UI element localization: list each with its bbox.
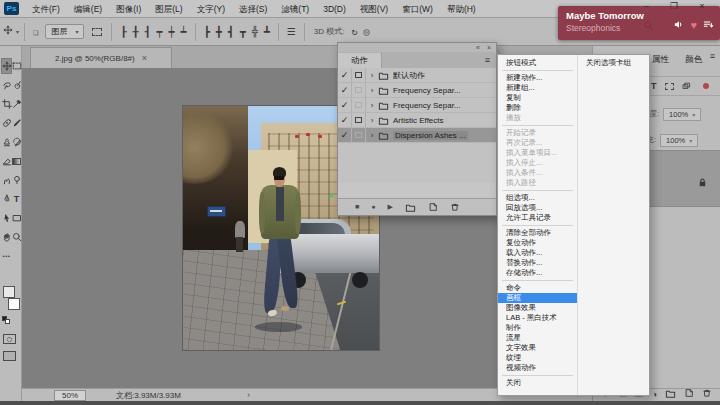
document-tab[interactable]: 2.jpg @ 50%(RGB/8#) × xyxy=(30,47,172,68)
show-transform-controls-icon[interactable] xyxy=(92,28,102,36)
status-options-chevron-icon[interactable]: › xyxy=(247,390,250,400)
flyout-item-0[interactable]: 按钮模式 xyxy=(498,58,577,68)
shape-tool[interactable] xyxy=(11,210,22,226)
menubar-item-10[interactable]: 帮助(H) xyxy=(440,0,483,18)
marquee-tool[interactable] xyxy=(11,58,22,74)
flyout-item-33[interactable]: 视频动作 xyxy=(498,363,577,373)
expand-arrow-icon[interactable]: › xyxy=(366,101,378,110)
align-right-icon[interactable]: ┨ xyxy=(142,19,154,45)
flyout-item-31[interactable]: 文字效果 xyxy=(498,343,577,353)
flyout-item-16[interactable]: 回放选项... xyxy=(498,203,577,213)
menubar-item-4[interactable]: 文字(Y) xyxy=(190,0,232,18)
tab-actions[interactable]: 动作 xyxy=(338,53,382,68)
filter-smart-icon[interactable] xyxy=(682,77,691,95)
delete-icon[interactable] xyxy=(450,202,460,212)
new-group-icon[interactable] xyxy=(405,202,416,213)
flyout-item-25[interactable]: 命令 xyxy=(498,283,577,293)
flyout-item-23[interactable]: 存储动作... xyxy=(498,268,577,278)
flyout-col2-item-0[interactable]: 关闭选项卡组 xyxy=(578,58,649,68)
restore-button[interactable]: ❐ xyxy=(660,0,688,13)
heart-icon[interactable]: ♥ xyxy=(690,20,697,30)
close-button[interactable]: × xyxy=(688,0,716,13)
dialog-toggle-icon[interactable] xyxy=(352,98,366,113)
flyout-item-4[interactable]: 复制 xyxy=(498,93,577,103)
record-icon[interactable]: ● xyxy=(371,199,375,215)
filter-toggle-icon[interactable] xyxy=(703,83,709,89)
new-layer-icon[interactable] xyxy=(684,388,694,402)
more-tools[interactable]: ••• xyxy=(1,248,12,264)
minimize-button[interactable]: – xyxy=(632,0,660,13)
checkmark-icon[interactable]: ✓ xyxy=(338,68,352,83)
flyout-item-22[interactable]: 替换动作... xyxy=(498,258,577,268)
chevron-down-icon[interactable]: ▾ xyxy=(16,28,19,35)
dodge-tool[interactable] xyxy=(11,172,22,188)
document-tab-close-icon[interactable]: × xyxy=(142,53,147,63)
auto-select-target-dropdown[interactable]: 图层 ▾ xyxy=(45,24,84,39)
align-top-icon[interactable]: ┯ xyxy=(154,19,166,45)
align-left-icon[interactable]: ┠ xyxy=(117,19,129,45)
flyout-item-28[interactable]: LAB - 黑白技术 xyxy=(498,313,577,323)
menubar-item-2[interactable]: 图像(I) xyxy=(109,0,148,18)
expand-arrow-icon[interactable]: › xyxy=(366,116,378,125)
dialog-toggle-icon[interactable] xyxy=(352,83,366,98)
action-set-row[interactable]: ✓›Frequency Separ... xyxy=(338,83,496,98)
checkmark-icon[interactable]: ✓ xyxy=(338,98,352,113)
gradient-tool[interactable] xyxy=(11,153,22,169)
play-icon[interactable]: ▶ xyxy=(387,199,392,215)
flyout-item-5[interactable]: 删除 xyxy=(498,103,577,113)
tab-color[interactable]: 颜色 xyxy=(678,50,709,68)
flyout-item-35[interactable]: 关闭 xyxy=(498,378,577,388)
distribute-bottom-icon[interactable]: ┫ xyxy=(225,19,237,45)
dialog-toggle-icon[interactable] xyxy=(352,128,366,143)
action-set-row[interactable]: ✓›默认动作 xyxy=(338,68,496,83)
filter-type-icon[interactable]: T xyxy=(651,81,657,91)
menubar-item-0[interactable]: 文件(F) xyxy=(25,0,67,18)
3d-roll-icon[interactable]: ◎ xyxy=(361,19,373,45)
flyout-item-30[interactable]: 流星 xyxy=(498,333,577,343)
action-set-row[interactable]: ✓›Artistic Effects xyxy=(338,113,496,128)
flyout-item-21[interactable]: 载入动作... xyxy=(498,248,577,258)
action-set-row[interactable]: ✓›Frequency Separ... xyxy=(338,98,496,113)
distribute-center-h-icon[interactable]: ╬ xyxy=(249,19,261,45)
expand-arrow-icon[interactable]: › xyxy=(366,86,378,95)
checkmark-icon[interactable]: ✓ xyxy=(338,113,352,128)
default-colors-icon[interactable] xyxy=(2,316,10,324)
foreground-color-swatch[interactable] xyxy=(3,286,15,298)
opacity-field[interactable]: 100% ▾ xyxy=(663,108,701,121)
distribute-right-icon[interactable]: ┻ xyxy=(261,19,273,45)
distribute-center-v-icon[interactable]: ╋ xyxy=(213,19,225,45)
checkmark-icon[interactable]: ✓ xyxy=(338,128,352,143)
queue-icon[interactable] xyxy=(703,16,714,34)
distribute-left-icon[interactable]: ┳ xyxy=(237,19,249,45)
zoom-level-field[interactable]: 50% xyxy=(54,390,86,401)
distribute-spacing-icon[interactable]: ☰ xyxy=(284,19,299,45)
flyout-item-26[interactable]: 画框 xyxy=(498,293,577,303)
flyout-item-17[interactable]: 允许工具记录 xyxy=(498,213,577,223)
action-set-row[interactable]: ✓›Dispersion Ashes ... xyxy=(338,128,496,143)
align-bottom-icon[interactable]: ┷ xyxy=(178,19,190,45)
flyout-item-3[interactable]: 新建组... xyxy=(498,83,577,93)
history-brush-tool[interactable] xyxy=(11,134,22,150)
quick-mask-button[interactable] xyxy=(3,334,16,344)
quick-select-tool[interactable] xyxy=(11,77,22,93)
collapse-panel-icon[interactable]: « xyxy=(476,43,480,52)
brush-tool[interactable] xyxy=(11,115,22,131)
background-color-swatch[interactable] xyxy=(8,298,20,310)
dialog-toggle-icon[interactable] xyxy=(352,68,366,83)
speaker-icon[interactable] xyxy=(673,16,684,34)
align-center-v-icon[interactable]: ┿ xyxy=(166,19,178,45)
stop-icon[interactable]: ■ xyxy=(355,199,359,215)
menubar-item-9[interactable]: 窗口(W) xyxy=(395,0,440,18)
flyout-item-20[interactable]: 复位动作 xyxy=(498,238,577,248)
adjustment-icon[interactable]: ◑ xyxy=(652,389,657,401)
actions-panel-titlebar[interactable]: « × xyxy=(338,43,496,52)
3d-orbit-icon[interactable]: ↻ xyxy=(348,19,360,45)
menubar-item-7[interactable]: 3D(D) xyxy=(316,0,353,18)
filter-shape-icon[interactable] xyxy=(665,83,674,90)
flyout-item-15[interactable]: 组选项... xyxy=(498,193,577,203)
expand-arrow-icon[interactable]: › xyxy=(366,71,378,80)
menubar-item-8[interactable]: 视图(V) xyxy=(353,0,395,18)
eyedropper-tool[interactable] xyxy=(11,96,22,112)
align-center-h-icon[interactable]: ╂ xyxy=(129,19,141,45)
flyout-item-27[interactable]: 图像效果 xyxy=(498,303,577,313)
